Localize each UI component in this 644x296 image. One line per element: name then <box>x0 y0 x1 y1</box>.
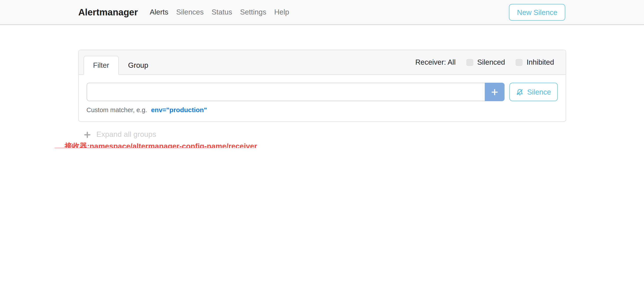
nav-item-help[interactable]: Help <box>274 8 289 16</box>
matcher-hint-text: Custom matcher, e.g. <box>86 106 147 114</box>
inhibited-checkbox[interactable] <box>516 59 522 66</box>
filter-card: Filter Group Receiver: All Silenced Inhi… <box>78 50 566 122</box>
filter-card-body: Silence Custom matcher, e.g. env="produc… <box>78 75 566 122</box>
bell-slash-icon <box>516 88 524 96</box>
nav-item-settings[interactable]: Settings <box>240 8 266 16</box>
alertmanager-page: Alertmanager Alerts Silences Status Sett… <box>0 0 644 148</box>
alert-group-row: freeleaps-prod/alertmanager-config/email… <box>51 148 342 148</box>
plus-icon <box>491 88 498 96</box>
matcher-hint: Custom matcher, e.g. env="production" <box>86 106 558 114</box>
matcher-input-row: Silence <box>86 83 558 101</box>
tab-group[interactable]: Group <box>119 56 158 74</box>
matcher-input[interactable] <box>86 83 485 101</box>
top-navbar: Alertmanager Alerts Silences Status Sett… <box>0 0 644 25</box>
plus-icon <box>84 131 90 138</box>
silence-filter-button[interactable]: Silence <box>510 83 558 101</box>
filter-header-controls: Receiver: All Silenced Inhibited <box>415 58 554 66</box>
annotation-receiver-note: 接收器:namespace/altermanager-config-name/r… <box>65 141 257 148</box>
new-silence-button[interactable]: New Silence <box>509 4 565 21</box>
filter-card-header: Filter Group Receiver: All Silenced Inhi… <box>78 50 566 75</box>
silenced-checkbox[interactable] <box>466 59 473 66</box>
silenced-checkbox-label: Silenced <box>477 58 505 66</box>
nav-links: Alerts Silences Status Settings Help <box>150 8 289 16</box>
expand-all-groups-label: Expand all groups <box>96 130 156 139</box>
silence-filter-label: Silence <box>527 88 551 96</box>
matcher-example-link[interactable]: env="production" <box>151 106 207 114</box>
receiver-selector[interactable]: Receiver: All <box>415 58 456 66</box>
silenced-checkbox-wrap[interactable]: Silenced <box>466 58 505 66</box>
nav-item-silences[interactable]: Silences <box>176 8 204 16</box>
app-brand[interactable]: Alertmanager <box>78 7 138 17</box>
nav-item-status[interactable]: Status <box>212 8 232 16</box>
inhibited-checkbox-wrap[interactable]: Inhibited <box>516 58 554 66</box>
add-matcher-button[interactable] <box>485 83 505 101</box>
annotation-highlight-box: freeleaps-prod/alertmanager-config/email <box>51 148 217 148</box>
tab-filter[interactable]: Filter <box>83 56 119 75</box>
inhibited-checkbox-label: Inhibited <box>526 58 554 66</box>
expand-all-groups[interactable]: Expand all groups <box>84 130 156 139</box>
nav-item-alerts[interactable]: Alerts <box>150 8 168 16</box>
